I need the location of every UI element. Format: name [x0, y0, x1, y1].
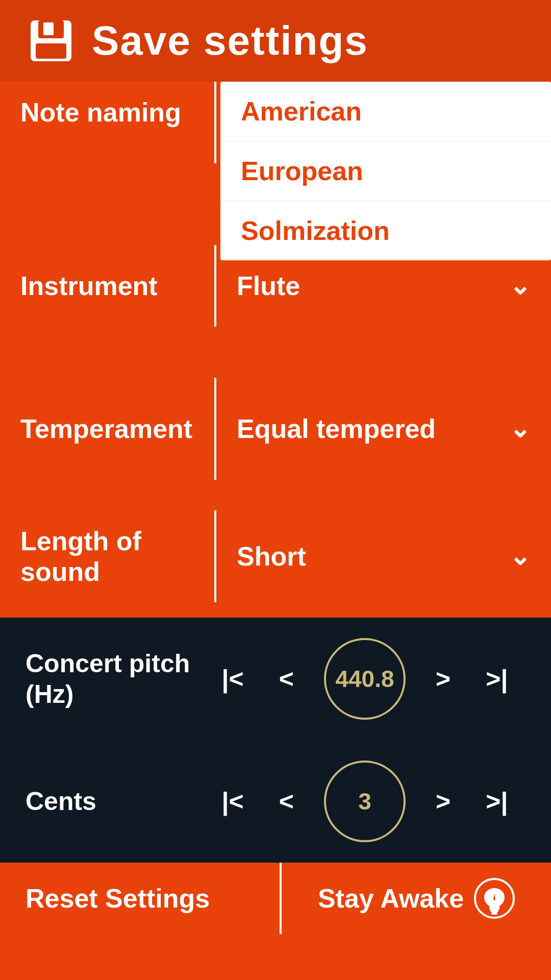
spacer-1	[0, 327, 551, 378]
length-chevron-icon: ⌄	[509, 542, 531, 571]
note-naming-dropdown[interactable]: American European Solmization	[220, 82, 551, 260]
svg-rect-5	[490, 910, 498, 912]
cents-label: Cents	[26, 786, 204, 817]
concert-pitch-row: Concert pitch (Hz) |< < 440.8 > >|	[0, 618, 551, 740]
bulb-icon	[474, 878, 515, 919]
header: Save settings	[0, 0, 551, 82]
length-label: Length of sound	[0, 510, 214, 602]
cents-value: 3	[358, 788, 371, 815]
temperament-value-text: Equal tempered	[237, 413, 504, 445]
cents-value-circle: 3	[324, 761, 406, 842]
spacer-3	[0, 602, 551, 618]
concert-pitch-label: Concert pitch (Hz)	[26, 648, 204, 709]
concert-pitch-skip-end-btn[interactable]: >|	[481, 659, 513, 699]
cents-skip-start-btn[interactable]: |<	[217, 781, 249, 821]
note-naming-section: Note naming ⌄ American European Solmizat…	[0, 82, 551, 245]
temperament-value[interactable]: Equal tempered ⌄	[216, 398, 551, 460]
length-value[interactable]: Short ⌄	[216, 526, 551, 587]
reset-settings-btn[interactable]: Reset Settings	[0, 883, 280, 914]
note-naming-label: Note naming	[0, 82, 214, 143]
cents-controls: |< < 3 > >|	[204, 761, 525, 842]
spacer-2	[0, 480, 551, 510]
header-title: Save settings	[92, 17, 368, 64]
concert-pitch-value-circle: 440.8	[324, 638, 406, 720]
instrument-value[interactable]: Flute ⌄	[216, 255, 551, 316]
svg-rect-6	[491, 912, 497, 915]
cents-skip-end-btn[interactable]: >|	[481, 781, 513, 821]
concert-pitch-prev-btn[interactable]: <	[274, 659, 299, 699]
svg-rect-2	[43, 22, 54, 35]
temperament-label: Temperament	[0, 398, 214, 459]
concert-pitch-next-btn[interactable]: >	[431, 659, 456, 699]
stay-awake-label: Stay Awake	[318, 883, 464, 914]
length-row: Length of sound Short ⌄	[0, 510, 551, 602]
temperament-chevron-icon: ⌄	[509, 414, 531, 444]
instrument-label: Instrument	[0, 255, 214, 316]
orange-settings-section: Note naming ⌄ American European Solmizat…	[0, 82, 551, 618]
cents-row: Cents |< < 3 > >|	[0, 740, 551, 863]
instrument-chevron-icon: ⌄	[509, 271, 531, 301]
save-icon	[26, 15, 77, 66]
concert-pitch-skip-start-btn[interactable]: |<	[217, 659, 249, 699]
cents-next-btn[interactable]: >	[431, 781, 456, 821]
dropdown-item-american[interactable]: American	[220, 82, 551, 141]
stay-awake-section[interactable]: Stay Awake	[282, 878, 551, 919]
svg-rect-3	[36, 43, 66, 59]
footer: Reset Settings Stay Awake	[0, 863, 551, 934]
concert-pitch-controls: |< < 440.8 > >|	[204, 638, 525, 720]
cents-prev-btn[interactable]: <	[274, 781, 299, 821]
instrument-value-text: Flute	[237, 271, 300, 301]
temperament-row: Temperament Equal tempered ⌄	[0, 378, 551, 480]
dropdown-item-european[interactable]: European	[220, 141, 551, 201]
concert-pitch-value: 440.8	[335, 665, 394, 693]
length-value-text: Short	[237, 541, 306, 572]
dropdown-item-solmization[interactable]: Solmization	[220, 201, 551, 260]
dark-settings-section: Concert pitch (Hz) |< < 440.8 > >| Cents…	[0, 618, 551, 863]
